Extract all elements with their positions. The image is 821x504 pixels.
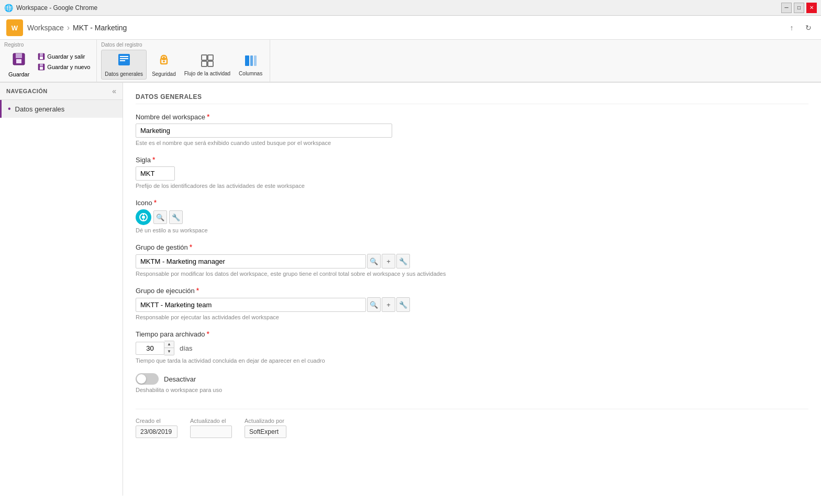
- nombre-input[interactable]: [136, 124, 392, 138]
- sidebar-bullet: •: [8, 104, 11, 114]
- icon-picker: 🔍 🔧: [136, 209, 808, 225]
- header-actions[interactable]: ↑ ↻: [785, 21, 815, 34]
- svg-point-28: [142, 216, 145, 219]
- seguridad-tab-label: Seguridad: [152, 71, 176, 77]
- tiempo-archivado-spinner: ▲ ▼ días: [136, 341, 808, 355]
- sigla-hint: Prefijo de los identificadores de las ac…: [136, 183, 808, 189]
- datos-generales-icon: [117, 52, 131, 70]
- breadcrumb-root[interactable]: Workspace: [27, 24, 64, 32]
- svg-rect-19: [163, 61, 165, 62]
- svg-rect-24: [245, 55, 249, 66]
- columnas-tab-button[interactable]: Columnas: [236, 51, 265, 79]
- desactivar-toggle[interactable]: [136, 373, 159, 385]
- svg-rect-12: [118, 54, 130, 65]
- icon-preview[interactable]: [136, 209, 151, 225]
- actualizado-el-value: [190, 425, 232, 438]
- ribbon-group-registro: Registro Guardar Guardar y salir: [0, 40, 97, 82]
- tiempo-archivado-hint: Tiempo que tarda la actividad concluida …: [136, 357, 808, 364]
- spinner-down-arrow[interactable]: ▼: [164, 348, 174, 355]
- app-logo: W: [6, 19, 23, 36]
- icon-search-button[interactable]: 🔍: [153, 210, 167, 224]
- grupo-gestion-label: Grupo de gestión *: [136, 243, 808, 251]
- minimize-button[interactable]: ─: [781, 3, 792, 13]
- grupo-gestion-add-button[interactable]: +: [382, 254, 395, 268]
- navigate-up-button[interactable]: ↑: [785, 21, 798, 34]
- maximize-button[interactable]: □: [794, 3, 804, 13]
- sidebar-collapse-button[interactable]: «: [112, 87, 116, 95]
- svg-rect-23: [208, 61, 213, 66]
- ribbon-datos-items: Datos generales Seguridad: [101, 50, 265, 80]
- svg-rect-21: [208, 55, 213, 60]
- tiempo-archivado-input[interactable]: [136, 342, 164, 355]
- desactivar-hint: Deshabilita o workspace para uso: [136, 387, 808, 393]
- content-area: DATOS GENERALES Nombre del workspace * E…: [123, 83, 821, 496]
- creado-el-label: Creado el: [136, 418, 177, 424]
- toggle-knob: [137, 374, 146, 384]
- actualizado-por-label: Actualizado por: [245, 418, 286, 424]
- refresh-button[interactable]: ↻: [802, 21, 815, 34]
- spinner-control: ▲ ▼: [136, 341, 174, 355]
- grupo-gestion-hint: Responsable por modificar los datos del …: [136, 271, 808, 277]
- icon-edit-button[interactable]: 🔧: [169, 210, 183, 224]
- seguridad-icon: [157, 52, 171, 70]
- ribbon-group-registro-label: Registro: [4, 42, 92, 48]
- ribbon-save-sub-group: Guardar y salir Guardar y nuevo: [36, 50, 92, 72]
- form-group-grupo-gestion: Grupo de gestión * 🔍 + 🔧 Responsable por…: [136, 243, 808, 277]
- sigla-input[interactable]: [136, 166, 175, 181]
- breadcrumb-separator: ›: [67, 23, 70, 32]
- grupo-ejecucion-edit-button[interactable]: 🔧: [396, 297, 410, 312]
- grupo-ejecucion-required: *: [196, 286, 199, 295]
- form-group-icono: Icono * 🔍 🔧 Dé un estilo a su workspace: [136, 198, 808, 233]
- svg-rect-25: [250, 55, 253, 66]
- guardar-salir-label: Guardar y salir: [47, 53, 85, 60]
- sidebar-header: NAVEGACIÓN «: [0, 83, 123, 100]
- title-bar-controls[interactable]: ─ □ ✕: [781, 3, 817, 13]
- seguridad-tab-button[interactable]: Seguridad: [149, 50, 179, 79]
- grupo-ejecucion-label: Grupo de ejecución *: [136, 286, 808, 295]
- guardar-button[interactable]: Guardar: [4, 50, 34, 80]
- svg-rect-7: [40, 53, 43, 56]
- form-group-sigla: Sigla * Prefijo de los identificadores d…: [136, 155, 808, 189]
- icono-required: *: [154, 198, 157, 207]
- nombre-required: *: [207, 113, 209, 121]
- grupo-ejecucion-search-button[interactable]: 🔍: [367, 297, 381, 312]
- svg-rect-14: [120, 58, 128, 59]
- nombre-label: Nombre del workspace *: [136, 113, 808, 121]
- sidebar: NAVEGACIÓN « • Datos generales: [0, 83, 123, 496]
- tiempo-archivado-unit: días: [180, 344, 193, 352]
- tiempo-archivado-label: Tiempo para archivado *: [136, 330, 808, 338]
- form-group-desactivar: Desactivar Deshabilita o workspace para …: [136, 373, 808, 393]
- breadcrumb: Workspace › MKT - Marketing: [27, 23, 127, 32]
- spinner-arrows: ▲ ▼: [164, 341, 174, 355]
- close-button[interactable]: ✕: [806, 3, 817, 13]
- ribbon-group-datos-registro: Datos del registro Datos generales: [97, 40, 270, 82]
- icono-label: Icono *: [136, 198, 808, 207]
- form-group-tiempo-archivado: Tiempo para archivado * ▲ ▼ días Tiempo …: [136, 330, 808, 364]
- grupo-gestion-edit-button[interactable]: 🔧: [396, 254, 410, 268]
- guardar-nuevo-button[interactable]: Guardar y nuevo: [36, 62, 92, 72]
- ribbon: Registro Guardar Guardar y salir: [0, 40, 821, 83]
- grupo-gestion-input-group: 🔍 + 🔧: [136, 254, 808, 268]
- grupo-gestion-search-button[interactable]: 🔍: [367, 254, 381, 268]
- tiempo-archivado-required: *: [206, 330, 209, 338]
- grupo-ejecucion-input[interactable]: [136, 298, 366, 312]
- icono-label-text: Icono: [136, 199, 152, 207]
- nombre-label-text: Nombre del workspace: [136, 113, 205, 121]
- guardar-salir-button[interactable]: Guardar y salir: [36, 52, 92, 61]
- icono-hint: Dé un estilo a su workspace: [136, 227, 808, 233]
- title-bar: 🌐 Workspace - Google Chrome ─ □ ✕: [0, 0, 821, 16]
- grupo-gestion-input[interactable]: [136, 254, 366, 268]
- svg-rect-10: [40, 64, 43, 66]
- footer-actualizado-el: Actualizado el: [190, 418, 232, 438]
- save-icon: [12, 52, 26, 70]
- footer-row: Creado el 23/08/2019 Actualizado el Actu…: [136, 409, 808, 438]
- svg-text:W: W: [12, 24, 18, 32]
- form-group-grupo-ejecucion: Grupo de ejecución * 🔍 + 🔧 Responsable p…: [136, 286, 808, 320]
- spinner-up-arrow[interactable]: ▲: [164, 341, 174, 348]
- datos-generales-tab-button[interactable]: Datos generales: [101, 50, 147, 80]
- sidebar-item-datos-generales[interactable]: • Datos generales: [0, 100, 123, 118]
- flujo-actividad-tab-button[interactable]: Flujo de la actividad: [181, 51, 234, 79]
- nombre-hint: Este es el nombre que será exhibido cuan…: [136, 140, 808, 146]
- grupo-ejecucion-add-button[interactable]: +: [382, 297, 395, 312]
- svg-rect-3: [16, 53, 22, 58]
